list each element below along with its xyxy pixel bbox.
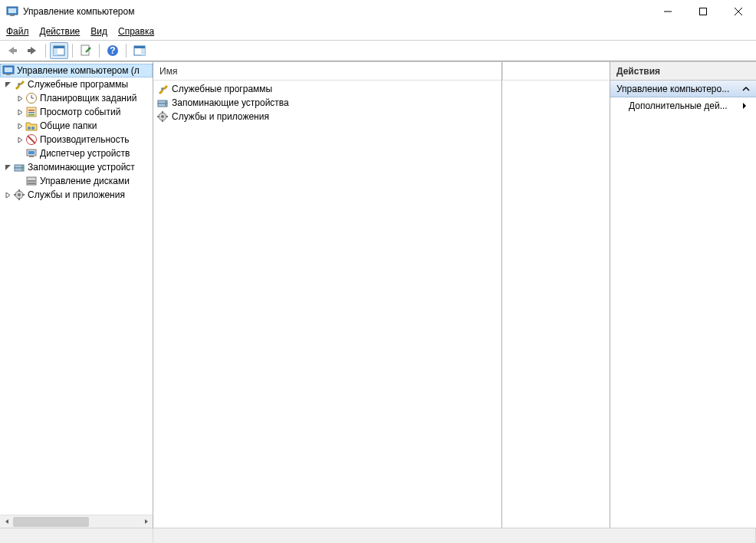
tools-icon [156,83,169,95]
tree-shared-folders[interactable]: Общие папки [0,119,153,133]
svg-point-55 [161,115,164,118]
list-empty-column [502,62,610,528]
performance-icon [25,133,38,146]
actions-section-header[interactable]: Управление компьютеро... [610,81,756,97]
shared-folders-icon [25,120,38,132]
tree-label: Диспетчер устройств [40,148,130,159]
actions-section-label: Управление компьютеро... [616,84,729,94]
svg-rect-28 [28,114,35,116]
tools-icon [13,78,25,90]
tree-storage[interactable]: Запоминающие устройст [0,160,153,174]
window-title: Управление компьютером [23,6,650,17]
collapse-icon[interactable] [3,163,12,172]
status-cell [0,528,153,543]
svg-rect-57 [162,120,163,122]
scroll-right-button[interactable] [140,515,153,528]
svg-rect-58 [157,116,159,117]
svg-rect-16 [134,46,145,48]
tree-label: Управление компьютером (л [17,65,140,76]
close-button[interactable] [721,0,756,23]
list-item-system-tools[interactable]: Служебные программы [156,82,498,96]
tree-task-scheduler[interactable]: Планировщик заданий [0,91,153,105]
show-hide-action-pane-button[interactable] [130,42,149,59]
services-icon [13,189,25,201]
actions-header-label: Действия [616,66,660,77]
list-item-services[interactable]: Службы и приложения [156,110,498,123]
scroll-left-button[interactable] [0,515,13,528]
svg-rect-2 [10,15,15,16]
svg-rect-59 [166,116,168,117]
svg-rect-7 [13,49,17,52]
nav-back-button[interactable] [3,42,21,59]
tree-event-viewer[interactable]: Просмотр событий [0,105,153,119]
collapse-up-icon [742,86,750,92]
svg-point-38 [21,166,23,167]
menu-action[interactable]: Действие [40,26,81,37]
toolbar-separator [72,44,73,58]
minimize-button[interactable] [650,0,685,23]
scroll-track[interactable] [13,515,140,528]
help-button[interactable]: ? [104,42,122,59]
expand-icon[interactable] [15,121,25,130]
svg-text:?: ? [110,45,115,56]
list-item-storage[interactable]: Запоминающие устройства [156,96,498,110]
svg-point-52 [165,101,166,103]
svg-rect-47 [14,194,16,196]
tree: Управление компьютером (л Служебные прог… [0,62,153,515]
svg-rect-41 [28,180,35,182]
tree-label: Планировщик заданий [40,93,136,104]
list-column-header[interactable]: Имя [153,62,501,81]
svg-rect-19 [5,67,12,72]
statusbar [0,528,756,543]
svg-rect-17 [141,48,145,55]
menubar: Файл Действие Вид Справка [0,23,756,40]
tree-performance[interactable]: Производительность [0,133,153,146]
show-hide-tree-button[interactable] [50,42,68,59]
menu-help[interactable]: Справка [118,26,154,37]
svg-rect-8 [28,49,31,52]
event-viewer-icon [25,106,38,118]
svg-point-21 [18,83,21,86]
svg-rect-34 [28,151,35,154]
tree-label: Общие папки [40,120,97,131]
svg-rect-1 [8,8,16,13]
svg-point-44 [18,193,21,196]
horizontal-scrollbar[interactable] [0,515,153,528]
tree-disk-management[interactable]: Управление дисками [0,174,153,188]
menu-view[interactable]: Вид [90,26,107,37]
tree-label: Запоминающие устройст [28,162,135,173]
empty-column-header[interactable] [502,62,609,81]
expand-icon[interactable] [3,190,12,199]
collapse-icon[interactable] [3,80,12,89]
titlebar: Управление компьютером [0,0,756,23]
maximize-button[interactable] [685,0,721,23]
toolbar-separator [126,44,127,58]
actions-more-item[interactable]: Дополнительные дей... [610,97,756,114]
expand-icon[interactable] [15,94,25,103]
svg-rect-10 [54,46,64,48]
tree-label: Производительность [40,134,129,145]
nav-forward-button[interactable] [23,42,41,59]
expand-icon[interactable] [15,135,25,144]
actions-item-label: Дополнительные дей... [629,100,728,111]
tree-services-apps[interactable]: Службы и приложения [0,188,153,202]
properties-button[interactable] [77,42,95,59]
svg-point-49 [161,87,164,90]
storage-icon [13,161,25,173]
tree-device-manager[interactable]: Диспетчер устройств [0,146,153,160]
tree-label: Просмотр событий [40,107,120,117]
toolbar: ? [0,40,756,61]
computer-management-icon [2,64,15,77]
expand-icon[interactable] [15,107,25,117]
menu-file[interactable]: Файл [6,26,29,37]
actions-pane: Действия Управление компьютеро... Дополн… [610,62,756,528]
tree-root[interactable]: Управление компьютером (л [0,64,153,77]
list-pane: Имя Служебные программы Запоминающие уст… [153,62,610,528]
scroll-thumb[interactable] [13,517,89,527]
svg-rect-35 [29,156,34,157]
svg-rect-45 [18,189,20,192]
actions-pane-header: Действия [610,62,756,81]
tree-system-tools[interactable]: Служебные программы [0,77,153,91]
list-item-label: Служебные программы [172,84,272,94]
storage-icon [156,97,169,109]
